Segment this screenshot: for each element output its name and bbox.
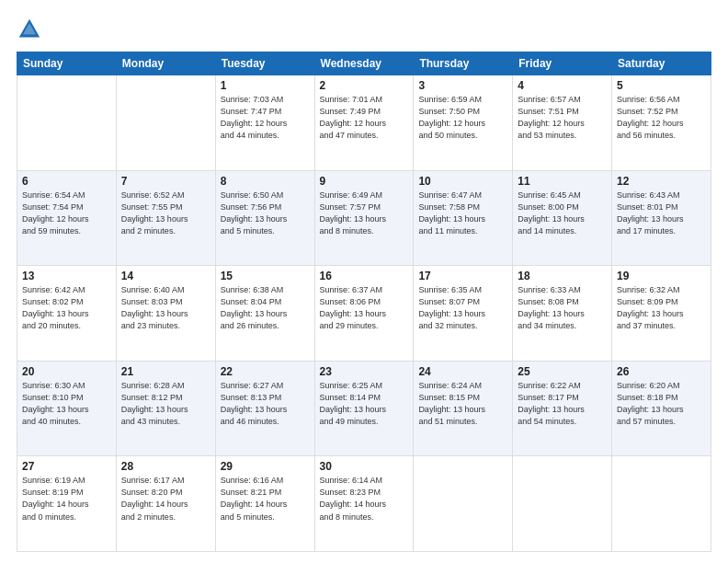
day-info: Sunrise: 6:59 AM Sunset: 7:50 PM Dayligh… (418, 94, 507, 142)
day-info: Sunrise: 6:57 AM Sunset: 7:51 PM Dayligh… (518, 94, 607, 142)
day-cell: 7Sunrise: 6:52 AM Sunset: 7:55 PM Daylig… (116, 170, 215, 266)
day-cell: 5Sunrise: 6:56 AM Sunset: 7:52 PM Daylig… (612, 75, 711, 171)
day-cell: 20Sunrise: 6:30 AM Sunset: 8:10 PM Dayli… (17, 361, 117, 456)
day-info: Sunrise: 6:16 AM Sunset: 8:21 PM Dayligh… (221, 475, 310, 523)
week-row-5: 27Sunrise: 6:19 AM Sunset: 8:19 PM Dayli… (17, 456, 711, 552)
day-number: 28 (121, 460, 210, 473)
day-cell: 17Sunrise: 6:35 AM Sunset: 8:07 PM Dayli… (414, 266, 513, 362)
day-cell: 30Sunrise: 6:14 AM Sunset: 8:23 PM Dayli… (314, 456, 414, 552)
day-cell: 29Sunrise: 6:16 AM Sunset: 8:21 PM Dayli… (215, 456, 314, 552)
day-cell: 6Sunrise: 6:54 AM Sunset: 7:54 PM Daylig… (17, 170, 117, 266)
day-cell: 10Sunrise: 6:47 AM Sunset: 7:58 PM Dayli… (414, 170, 513, 266)
weekday-header-row: SundayMondayTuesdayWednesdayThursdayFrid… (17, 52, 711, 75)
day-info: Sunrise: 6:28 AM Sunset: 8:12 PM Dayligh… (121, 380, 210, 428)
day-info: Sunrise: 6:14 AM Sunset: 8:23 PM Dayligh… (320, 475, 409, 523)
day-number: 13 (22, 270, 111, 282)
day-number: 22 (221, 365, 310, 378)
day-number: 12 (617, 175, 706, 188)
day-cell: 28Sunrise: 6:17 AM Sunset: 8:20 PM Dayli… (116, 456, 215, 552)
day-number: 10 (418, 175, 507, 188)
day-number: 26 (617, 365, 706, 378)
page: SundayMondayTuesdayWednesdayThursdayFrid… (0, 0, 728, 563)
weekday-header-tuesday: Tuesday (215, 52, 314, 75)
day-number: 19 (617, 270, 706, 282)
day-info: Sunrise: 6:43 AM Sunset: 8:01 PM Dayligh… (617, 190, 706, 237)
calendar-table: SundayMondayTuesdayWednesdayThursdayFrid… (17, 52, 711, 552)
day-info: Sunrise: 6:17 AM Sunset: 8:20 PM Dayligh… (121, 475, 210, 523)
day-info: Sunrise: 6:27 AM Sunset: 8:13 PM Dayligh… (221, 380, 310, 428)
day-info: Sunrise: 6:35 AM Sunset: 8:07 PM Dayligh… (418, 284, 507, 332)
day-info: Sunrise: 6:24 AM Sunset: 8:15 PM Dayligh… (418, 380, 507, 428)
day-number: 2 (320, 79, 409, 92)
day-number: 17 (418, 270, 507, 282)
day-cell (612, 456, 711, 552)
day-number: 24 (418, 365, 507, 378)
day-info: Sunrise: 6:20 AM Sunset: 8:18 PM Dayligh… (617, 380, 706, 428)
day-cell: 2Sunrise: 7:01 AM Sunset: 7:49 PM Daylig… (314, 75, 414, 171)
day-info: Sunrise: 6:47 AM Sunset: 7:58 PM Dayligh… (418, 190, 507, 237)
day-info: Sunrise: 6:40 AM Sunset: 8:03 PM Dayligh… (121, 284, 210, 332)
day-number: 18 (518, 270, 607, 282)
day-info: Sunrise: 6:42 AM Sunset: 8:02 PM Dayligh… (22, 284, 111, 332)
day-info: Sunrise: 6:49 AM Sunset: 7:57 PM Dayligh… (320, 190, 409, 237)
day-number: 4 (518, 79, 607, 92)
day-number: 8 (221, 175, 310, 188)
day-number: 29 (221, 460, 310, 473)
day-number: 5 (617, 79, 706, 92)
day-cell: 25Sunrise: 6:22 AM Sunset: 8:17 PM Dayli… (513, 361, 612, 456)
day-cell: 19Sunrise: 6:32 AM Sunset: 8:09 PM Dayli… (612, 266, 711, 362)
day-cell: 8Sunrise: 6:50 AM Sunset: 7:56 PM Daylig… (215, 170, 314, 266)
day-info: Sunrise: 6:32 AM Sunset: 8:09 PM Dayligh… (617, 284, 706, 332)
day-info: Sunrise: 6:22 AM Sunset: 8:17 PM Dayligh… (518, 380, 607, 428)
logo-icon (17, 17, 42, 42)
day-cell: 13Sunrise: 6:42 AM Sunset: 8:02 PM Dayli… (17, 266, 117, 362)
day-number: 20 (22, 365, 111, 378)
day-cell: 23Sunrise: 6:25 AM Sunset: 8:14 PM Dayli… (314, 361, 414, 456)
day-cell: 26Sunrise: 6:20 AM Sunset: 8:18 PM Dayli… (612, 361, 711, 456)
day-info: Sunrise: 6:45 AM Sunset: 8:00 PM Dayligh… (518, 190, 607, 237)
day-number: 3 (418, 79, 507, 92)
day-number: 1 (221, 79, 310, 92)
weekday-header-monday: Monday (116, 52, 215, 75)
day-number: 21 (121, 365, 210, 378)
day-cell: 18Sunrise: 6:33 AM Sunset: 8:08 PM Dayli… (513, 266, 612, 362)
day-cell (116, 75, 215, 171)
logo (17, 17, 46, 42)
day-cell: 22Sunrise: 6:27 AM Sunset: 8:13 PM Dayli… (215, 361, 314, 456)
weekday-header-thursday: Thursday (414, 52, 513, 75)
weekday-header-sunday: Sunday (17, 52, 117, 75)
day-number: 27 (22, 460, 111, 473)
day-number: 30 (320, 460, 409, 473)
day-number: 25 (518, 365, 607, 378)
day-info: Sunrise: 6:19 AM Sunset: 8:19 PM Dayligh… (22, 475, 111, 523)
day-cell: 14Sunrise: 6:40 AM Sunset: 8:03 PM Dayli… (116, 266, 215, 362)
day-info: Sunrise: 6:38 AM Sunset: 8:04 PM Dayligh… (221, 284, 310, 332)
day-cell: 9Sunrise: 6:49 AM Sunset: 7:57 PM Daylig… (314, 170, 414, 266)
day-cell: 11Sunrise: 6:45 AM Sunset: 8:00 PM Dayli… (513, 170, 612, 266)
day-cell: 15Sunrise: 6:38 AM Sunset: 8:04 PM Dayli… (215, 266, 314, 362)
day-cell (513, 456, 612, 552)
day-info: Sunrise: 6:50 AM Sunset: 7:56 PM Dayligh… (221, 190, 310, 237)
weekday-header-saturday: Saturday (612, 52, 711, 75)
day-info: Sunrise: 6:52 AM Sunset: 7:55 PM Dayligh… (121, 190, 210, 237)
week-row-2: 6Sunrise: 6:54 AM Sunset: 7:54 PM Daylig… (17, 170, 711, 266)
day-info: Sunrise: 6:30 AM Sunset: 8:10 PM Dayligh… (22, 380, 111, 428)
week-row-3: 13Sunrise: 6:42 AM Sunset: 8:02 PM Dayli… (17, 266, 711, 362)
day-number: 11 (518, 175, 607, 188)
day-number: 6 (22, 175, 111, 188)
day-cell: 21Sunrise: 6:28 AM Sunset: 8:12 PM Dayli… (116, 361, 215, 456)
weekday-header-friday: Friday (513, 52, 612, 75)
day-info: Sunrise: 7:03 AM Sunset: 7:47 PM Dayligh… (221, 94, 310, 142)
weekday-header-wednesday: Wednesday (314, 52, 414, 75)
header (17, 17, 711, 42)
day-cell (17, 75, 117, 171)
week-row-1: 1Sunrise: 7:03 AM Sunset: 7:47 PM Daylig… (17, 75, 711, 171)
day-cell (414, 456, 513, 552)
week-row-4: 20Sunrise: 6:30 AM Sunset: 8:10 PM Dayli… (17, 361, 711, 456)
day-cell: 4Sunrise: 6:57 AM Sunset: 7:51 PM Daylig… (513, 75, 612, 171)
day-number: 15 (221, 270, 310, 282)
day-cell: 16Sunrise: 6:37 AM Sunset: 8:06 PM Dayli… (314, 266, 414, 362)
day-info: Sunrise: 6:25 AM Sunset: 8:14 PM Dayligh… (320, 380, 409, 428)
day-number: 14 (121, 270, 210, 282)
day-cell: 27Sunrise: 6:19 AM Sunset: 8:19 PM Dayli… (17, 456, 117, 552)
